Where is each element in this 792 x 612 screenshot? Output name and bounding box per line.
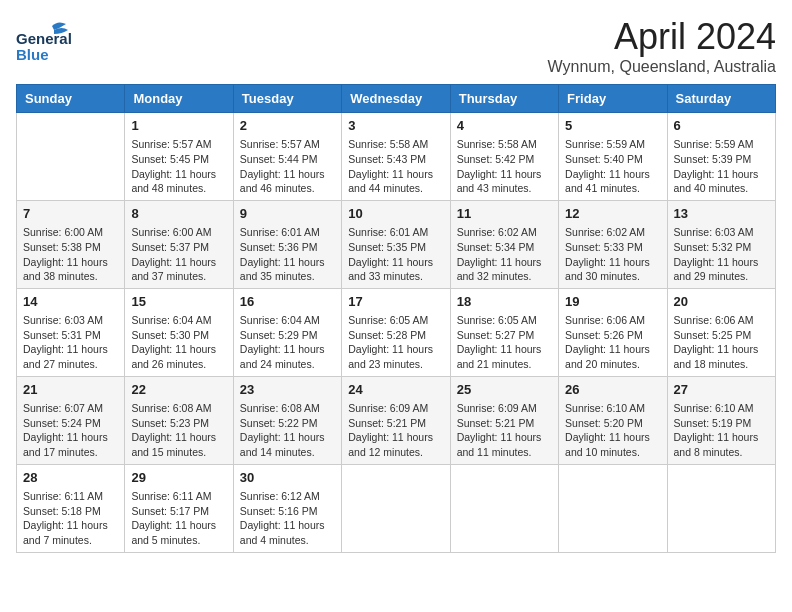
day-number: 2 <box>240 117 335 135</box>
calendar-cell: 1Sunrise: 5:57 AM Sunset: 5:45 PM Daylig… <box>125 113 233 201</box>
calendar-cell <box>667 464 775 552</box>
day-number: 19 <box>565 293 660 311</box>
calendar-cell: 21Sunrise: 6:07 AM Sunset: 5:24 PM Dayli… <box>17 376 125 464</box>
calendar-cell: 11Sunrise: 6:02 AM Sunset: 5:34 PM Dayli… <box>450 200 558 288</box>
day-info: Sunrise: 6:05 AM Sunset: 5:27 PM Dayligh… <box>457 313 552 372</box>
day-info: Sunrise: 6:06 AM Sunset: 5:26 PM Dayligh… <box>565 313 660 372</box>
calendar-header-thursday: Thursday <box>450 85 558 113</box>
day-info: Sunrise: 6:10 AM Sunset: 5:19 PM Dayligh… <box>674 401 769 460</box>
calendar-week-row: 1Sunrise: 5:57 AM Sunset: 5:45 PM Daylig… <box>17 113 776 201</box>
day-number: 1 <box>131 117 226 135</box>
calendar-cell: 24Sunrise: 6:09 AM Sunset: 5:21 PM Dayli… <box>342 376 450 464</box>
day-info: Sunrise: 6:04 AM Sunset: 5:29 PM Dayligh… <box>240 313 335 372</box>
calendar-cell: 17Sunrise: 6:05 AM Sunset: 5:28 PM Dayli… <box>342 288 450 376</box>
calendar-cell: 5Sunrise: 5:59 AM Sunset: 5:40 PM Daylig… <box>559 113 667 201</box>
calendar-table: SundayMondayTuesdayWednesdayThursdayFrid… <box>16 84 776 553</box>
day-number: 27 <box>674 381 769 399</box>
calendar-cell: 6Sunrise: 5:59 AM Sunset: 5:39 PM Daylig… <box>667 113 775 201</box>
title-month: April 2024 <box>548 16 776 58</box>
day-info: Sunrise: 5:59 AM Sunset: 5:39 PM Dayligh… <box>674 137 769 196</box>
day-info: Sunrise: 6:00 AM Sunset: 5:38 PM Dayligh… <box>23 225 118 284</box>
title-location: Wynnum, Queensland, Australia <box>548 58 776 76</box>
day-number: 23 <box>240 381 335 399</box>
calendar-cell: 13Sunrise: 6:03 AM Sunset: 5:32 PM Dayli… <box>667 200 775 288</box>
calendar-header-sunday: Sunday <box>17 85 125 113</box>
day-number: 18 <box>457 293 552 311</box>
calendar-cell: 15Sunrise: 6:04 AM Sunset: 5:30 PM Dayli… <box>125 288 233 376</box>
svg-text:General: General <box>16 30 72 47</box>
calendar-cell: 2Sunrise: 5:57 AM Sunset: 5:44 PM Daylig… <box>233 113 341 201</box>
day-number: 14 <box>23 293 118 311</box>
calendar-cell: 25Sunrise: 6:09 AM Sunset: 5:21 PM Dayli… <box>450 376 558 464</box>
day-number: 16 <box>240 293 335 311</box>
calendar-header-saturday: Saturday <box>667 85 775 113</box>
calendar-cell: 29Sunrise: 6:11 AM Sunset: 5:17 PM Dayli… <box>125 464 233 552</box>
day-info: Sunrise: 6:04 AM Sunset: 5:30 PM Dayligh… <box>131 313 226 372</box>
calendar-cell: 7Sunrise: 6:00 AM Sunset: 5:38 PM Daylig… <box>17 200 125 288</box>
day-info: Sunrise: 5:57 AM Sunset: 5:44 PM Dayligh… <box>240 137 335 196</box>
day-info: Sunrise: 5:58 AM Sunset: 5:42 PM Dayligh… <box>457 137 552 196</box>
day-number: 7 <box>23 205 118 223</box>
calendar-cell <box>559 464 667 552</box>
calendar-cell: 16Sunrise: 6:04 AM Sunset: 5:29 PM Dayli… <box>233 288 341 376</box>
day-info: Sunrise: 6:10 AM Sunset: 5:20 PM Dayligh… <box>565 401 660 460</box>
day-number: 17 <box>348 293 443 311</box>
logo-svg: General Blue <box>16 16 126 60</box>
calendar-week-row: 7Sunrise: 6:00 AM Sunset: 5:38 PM Daylig… <box>17 200 776 288</box>
day-info: Sunrise: 6:02 AM Sunset: 5:33 PM Dayligh… <box>565 225 660 284</box>
calendar-cell: 8Sunrise: 6:00 AM Sunset: 5:37 PM Daylig… <box>125 200 233 288</box>
day-info: Sunrise: 6:08 AM Sunset: 5:23 PM Dayligh… <box>131 401 226 460</box>
calendar-cell: 4Sunrise: 5:58 AM Sunset: 5:42 PM Daylig… <box>450 113 558 201</box>
day-number: 12 <box>565 205 660 223</box>
day-number: 4 <box>457 117 552 135</box>
day-info: Sunrise: 6:09 AM Sunset: 5:21 PM Dayligh… <box>457 401 552 460</box>
calendar-week-row: 21Sunrise: 6:07 AM Sunset: 5:24 PM Dayli… <box>17 376 776 464</box>
calendar-cell: 20Sunrise: 6:06 AM Sunset: 5:25 PM Dayli… <box>667 288 775 376</box>
calendar-cell: 3Sunrise: 5:58 AM Sunset: 5:43 PM Daylig… <box>342 113 450 201</box>
day-info: Sunrise: 6:01 AM Sunset: 5:35 PM Dayligh… <box>348 225 443 284</box>
day-info: Sunrise: 6:00 AM Sunset: 5:37 PM Dayligh… <box>131 225 226 284</box>
calendar-header-wednesday: Wednesday <box>342 85 450 113</box>
calendar-cell: 30Sunrise: 6:12 AM Sunset: 5:16 PM Dayli… <box>233 464 341 552</box>
day-number: 13 <box>674 205 769 223</box>
calendar-header-monday: Monday <box>125 85 233 113</box>
day-number: 21 <box>23 381 118 399</box>
calendar-cell: 28Sunrise: 6:11 AM Sunset: 5:18 PM Dayli… <box>17 464 125 552</box>
day-info: Sunrise: 6:02 AM Sunset: 5:34 PM Dayligh… <box>457 225 552 284</box>
calendar-week-row: 28Sunrise: 6:11 AM Sunset: 5:18 PM Dayli… <box>17 464 776 552</box>
calendar-cell <box>342 464 450 552</box>
day-number: 25 <box>457 381 552 399</box>
page-header: General Blue April 2024 Wynnum, Queensla… <box>16 16 776 76</box>
calendar-cell: 22Sunrise: 6:08 AM Sunset: 5:23 PM Dayli… <box>125 376 233 464</box>
calendar-cell: 9Sunrise: 6:01 AM Sunset: 5:36 PM Daylig… <box>233 200 341 288</box>
calendar-cell: 26Sunrise: 6:10 AM Sunset: 5:20 PM Dayli… <box>559 376 667 464</box>
day-number: 29 <box>131 469 226 487</box>
day-number: 30 <box>240 469 335 487</box>
day-info: Sunrise: 6:05 AM Sunset: 5:28 PM Dayligh… <box>348 313 443 372</box>
calendar-cell: 23Sunrise: 6:08 AM Sunset: 5:22 PM Dayli… <box>233 376 341 464</box>
day-number: 15 <box>131 293 226 311</box>
title-block: April 2024 Wynnum, Queensland, Australia <box>548 16 776 76</box>
day-info: Sunrise: 5:57 AM Sunset: 5:45 PM Dayligh… <box>131 137 226 196</box>
day-info: Sunrise: 5:59 AM Sunset: 5:40 PM Dayligh… <box>565 137 660 196</box>
day-info: Sunrise: 6:07 AM Sunset: 5:24 PM Dayligh… <box>23 401 118 460</box>
calendar-week-row: 14Sunrise: 6:03 AM Sunset: 5:31 PM Dayli… <box>17 288 776 376</box>
day-number: 24 <box>348 381 443 399</box>
day-number: 22 <box>131 381 226 399</box>
day-info: Sunrise: 5:58 AM Sunset: 5:43 PM Dayligh… <box>348 137 443 196</box>
day-info: Sunrise: 6:11 AM Sunset: 5:17 PM Dayligh… <box>131 489 226 548</box>
logo: General Blue <box>16 16 126 60</box>
day-info: Sunrise: 6:03 AM Sunset: 5:31 PM Dayligh… <box>23 313 118 372</box>
calendar-cell <box>17 113 125 201</box>
day-number: 5 <box>565 117 660 135</box>
day-number: 8 <box>131 205 226 223</box>
day-number: 20 <box>674 293 769 311</box>
day-info: Sunrise: 6:03 AM Sunset: 5:32 PM Dayligh… <box>674 225 769 284</box>
calendar-cell: 19Sunrise: 6:06 AM Sunset: 5:26 PM Dayli… <box>559 288 667 376</box>
calendar-header-tuesday: Tuesday <box>233 85 341 113</box>
day-number: 10 <box>348 205 443 223</box>
calendar-cell: 27Sunrise: 6:10 AM Sunset: 5:19 PM Dayli… <box>667 376 775 464</box>
calendar-cell: 18Sunrise: 6:05 AM Sunset: 5:27 PM Dayli… <box>450 288 558 376</box>
calendar-header-friday: Friday <box>559 85 667 113</box>
day-number: 6 <box>674 117 769 135</box>
